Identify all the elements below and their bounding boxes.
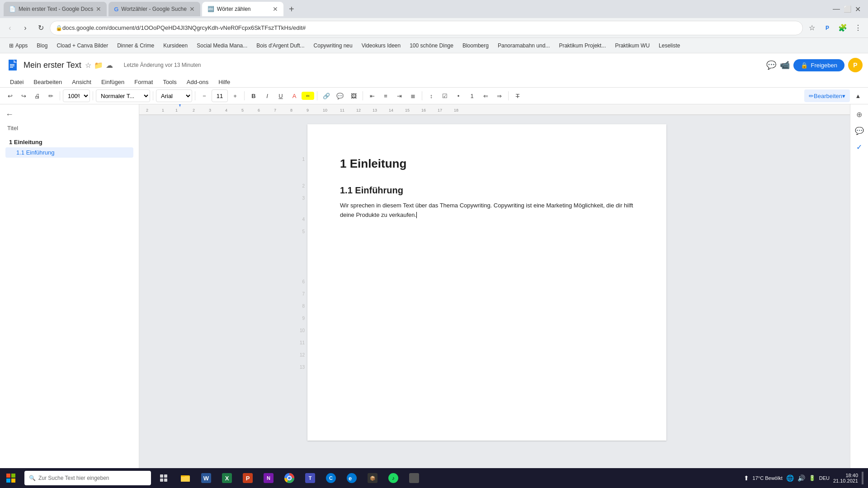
bookmark-dinner[interactable]: Dinner & Crime (113, 41, 158, 51)
taskbar-powerpoint[interactable]: P (238, 468, 258, 488)
new-tab-button[interactable]: + (285, 3, 298, 15)
line-spacing-button[interactable]: ↕ (425, 89, 438, 102)
menu-ansicht[interactable]: Ansicht (67, 77, 96, 87)
bold-button[interactable]: B (247, 89, 260, 102)
align-left-button[interactable]: ⇤ (366, 89, 378, 102)
font-size-input[interactable] (212, 89, 228, 102)
back-button[interactable]: ‹ (4, 22, 16, 34)
indent-less-button[interactable]: ⇐ (479, 89, 492, 102)
taskbar-app9[interactable]: 📦 (363, 468, 382, 488)
numbered-list-button[interactable]: 1 (466, 89, 478, 102)
bookmark-social[interactable]: Social Media Mana... (193, 41, 251, 51)
meeting-icon[interactable]: 📹 (780, 60, 790, 70)
print-button[interactable]: 🖨 (31, 89, 43, 102)
right-panel-check-icon[interactable]: ✓ (853, 141, 866, 153)
clear-format-button[interactable]: T̶ (511, 89, 524, 102)
folder-icon[interactable]: 📁 (94, 61, 103, 70)
link-button[interactable]: 🔗 (320, 89, 333, 102)
image-button[interactable]: 🖼 (347, 89, 360, 102)
taskbar-cortana[interactable]: C (321, 468, 341, 488)
taskbar-spotify[interactable]: ♪ (383, 468, 403, 488)
bookmark-bois[interactable]: Bois d'Argent Duft... (253, 41, 308, 51)
bookmark-praktikum2[interactable]: Praktikum WU (611, 41, 653, 51)
right-panel-chat-icon[interactable]: 💬 (853, 124, 866, 137)
tab-1[interactable]: 📄 Mein erster Text - Google Docs ✕ (4, 2, 107, 16)
bookmark-praktikum1[interactable]: Praktikum Projekt... (555, 41, 609, 51)
align-center-button[interactable]: ≡ (379, 89, 392, 102)
cloud-icon[interactable]: ☁ (106, 61, 113, 70)
tab-1-close[interactable]: ✕ (96, 5, 101, 13)
user-avatar[interactable]: P (848, 58, 863, 72)
taskbar-volume-icon[interactable]: 🔊 (797, 474, 805, 482)
underline-button[interactable]: U (274, 89, 287, 102)
minimize-btn[interactable]: — (833, 5, 840, 13)
menu-bearbeiten[interactable]: Bearbeiten (29, 77, 66, 87)
taskbar-chrome[interactable] (279, 468, 299, 488)
taskbar-search-box[interactable]: 🔍 Zur Suche Text hier eingeben (24, 471, 151, 485)
zoom-select[interactable]: 100% (63, 89, 90, 102)
indent-more-button[interactable]: ⇒ (493, 89, 505, 102)
right-panel-addons-icon[interactable]: ⊕ (853, 108, 866, 121)
close-btn[interactable]: ✕ (855, 5, 861, 14)
profile-btn[interactable]: P (821, 22, 834, 34)
taskbar-excel[interactable]: X (217, 468, 237, 488)
reload-button[interactable]: ↻ (34, 22, 47, 34)
align-justify-button[interactable]: ≣ (406, 89, 419, 102)
taskbar-explorer[interactable] (175, 468, 195, 488)
share-button[interactable]: 🔒 Freigeben (793, 59, 844, 71)
menu-btn[interactable]: ⋮ (852, 22, 864, 34)
menu-format[interactable]: Format (130, 77, 157, 87)
taskbar-network-icon[interactable]: 🌐 (786, 474, 794, 482)
italic-button[interactable]: I (261, 89, 274, 102)
bookmark-apps[interactable]: ⊞Apps (5, 41, 31, 51)
doc-page[interactable]: 1 Einleitung 1.1 Einführung Wir sprechen… (307, 124, 666, 441)
taskbar-teams[interactable]: T (300, 468, 320, 488)
taskbar-word[interactable]: W (196, 468, 216, 488)
maximize-btn[interactable]: ⬜ (844, 5, 851, 13)
sidebar-item-einfuehrung[interactable]: 1.1 Einführung (5, 147, 133, 158)
font-select[interactable]: Arial (156, 89, 192, 102)
taskbar-app11[interactable] (404, 468, 424, 488)
tab-2[interactable]: G Wortzähler - Google Suche ✕ (108, 2, 200, 16)
bookmark-lese[interactable]: Leselistе (655, 41, 684, 51)
address-bar[interactable]: 🔒 docs.google.com/document/d/1OOoPQeHD4J… (50, 21, 803, 35)
forward-button[interactable]: › (19, 22, 32, 34)
undo-button[interactable]: ↩ (4, 89, 16, 102)
redo-button[interactable]: ↪ (17, 89, 30, 102)
checklist-button[interactable]: ☑ (439, 89, 451, 102)
star-icon[interactable]: ☆ (85, 61, 91, 70)
bookmark-panorama[interactable]: Panoramabahn und... (494, 41, 553, 51)
bookmark-copywriting[interactable]: Copywriting neu (310, 41, 356, 51)
align-right-button[interactable]: ⇥ (393, 89, 406, 102)
comment-button[interactable]: 💬 (334, 89, 346, 102)
windows-start-button[interactable] (0, 468, 22, 488)
menu-tools[interactable]: Tools (158, 77, 181, 87)
extension-btn[interactable]: 🧩 (836, 22, 849, 34)
bookmark-cload[interactable]: Cload + Canva Bilder (53, 41, 112, 51)
taskbar-show-desktop[interactable] (862, 472, 863, 484)
paint-format-button[interactable]: ✏ (44, 89, 57, 102)
menu-einfuegen[interactable]: Einfügen (97, 77, 129, 87)
bookmark-btn[interactable]: ☆ (806, 22, 818, 34)
taskbar-clock[interactable]: 18:40 21.10.2021 (833, 473, 858, 483)
menu-addons[interactable]: Add-ons (182, 77, 213, 87)
highlight-button[interactable]: ✏ (302, 92, 314, 100)
comments-icon[interactable]: 💬 (766, 60, 776, 70)
taskbar-edge[interactable]: e (342, 468, 362, 488)
bookmark-bloomberg[interactable]: Bloomberg (459, 41, 492, 51)
text-color-button[interactable]: A (288, 89, 301, 102)
bookmark-videokurs[interactable]: Videokurs Ideen (358, 41, 405, 51)
task-view-button[interactable] (154, 468, 174, 488)
sidebar-back-button[interactable]: ← (5, 110, 133, 119)
doc-body-text[interactable]: Wir sprechen in diesem Text über das The… (340, 201, 634, 220)
menu-datei[interactable]: Datei (5, 77, 28, 87)
taskbar-notifications-icon[interactable]: ⬆ (744, 474, 749, 482)
docs-title[interactable]: Mein erster Text (24, 61, 81, 70)
bookmark-100[interactable]: 100 schöne Dinge (406, 41, 457, 51)
tab-2-close[interactable]: ✕ (189, 5, 195, 13)
style-select[interactable]: Normaler T... (96, 89, 150, 102)
bookmark-kurs[interactable]: Kursideen (160, 41, 191, 51)
bullet-list-button[interactable]: • (452, 89, 465, 102)
editing-mode-button[interactable]: ✏ Bearbeiten ▾ (804, 89, 850, 102)
menu-hilfe[interactable]: Hilfe (214, 77, 235, 87)
